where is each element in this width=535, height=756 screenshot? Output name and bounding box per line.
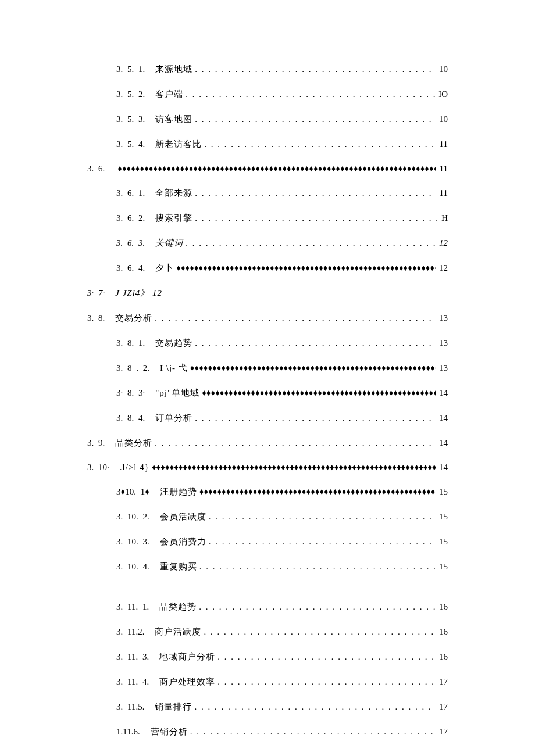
toc-entry-title: 订单分析	[155, 413, 192, 424]
toc-entry-page: 11	[436, 164, 448, 174]
toc-entry: 3. 10. 2.会员活跃度15	[87, 511, 448, 522]
toc-page: 3. 5. 1.来源地域103. 5. 2.客户端IO3. 5. 3.访客地图1…	[0, 0, 535, 756]
toc-entry-number: 3· 7·	[87, 288, 115, 298]
toc-leader	[201, 627, 436, 637]
toc-entry-number: 3. 11. 1.	[116, 602, 159, 612]
toc-entry-number: 3. 9.	[87, 438, 115, 448]
toc-entry-number: 3. 11.5.	[116, 702, 155, 712]
toc-entry-number: 3. 10·	[87, 463, 120, 472]
toc-entry: 3. 10. 3.会员消费力15	[87, 536, 448, 547]
toc-leader	[206, 537, 436, 547]
toc-entry-page: IO	[435, 89, 448, 99]
toc-leader	[192, 702, 436, 712]
toc-entry-page: 16	[436, 652, 448, 662]
toc-entry: 3. 6.11	[87, 164, 448, 174]
toc-entry: 3. 9.品类分析14	[87, 438, 448, 449]
toc-entry-title: 客户端	[155, 89, 183, 100]
toc-entry-page: 15	[436, 537, 448, 547]
toc-entry-page: 17	[436, 702, 448, 712]
toc-leader	[206, 512, 436, 522]
toc-entry-number: 3. 5. 1.	[116, 65, 155, 74]
toc-entry: 3. 11.5.销量排行17	[87, 701, 448, 712]
toc-entry: 3. 11.2.商户活跃度16	[87, 626, 448, 637]
toc-entry-number: 3. 8 . 2.	[116, 363, 160, 373]
toc-entry-page: 14	[436, 438, 448, 448]
toc-entry-number: 3· 8. 3·	[116, 388, 155, 398]
toc-entry-number: 3. 5. 2.	[116, 89, 155, 99]
toc-entry-page: 10	[436, 65, 448, 74]
toc-entry-title: 全部来源	[155, 188, 192, 199]
toc-entry: 3. 10. 4.重复购买15	[87, 561, 448, 572]
toc-entry-page: 16	[436, 627, 448, 637]
toc-entry-number: 3. 10. 3.	[116, 537, 160, 547]
toc-leader	[199, 388, 436, 398]
toc-entry-title: 重复购买	[160, 561, 197, 572]
toc-leader	[197, 602, 436, 612]
toc-entry: 3· 8. 3·"pj"单地域14	[87, 388, 448, 399]
toc-entry: 3. 8. 1.交易趋势13	[87, 338, 448, 349]
toc-entry-number: 3. 11. 4.	[116, 677, 159, 687]
toc-entry-number: 3. 6. 4.	[116, 263, 155, 273]
toc-leader	[192, 114, 436, 124]
toc-leader	[188, 727, 436, 737]
toc-entry-title: I \j- 弋	[160, 363, 188, 374]
toc-entry-title: 会员消费力	[160, 536, 206, 547]
toc-entry-number: 3. 6. 2.	[116, 213, 155, 223]
toc-leader	[183, 89, 435, 99]
toc-entry-number: 1.11.6.	[116, 727, 151, 737]
toc-entry-page: 12	[436, 263, 448, 273]
toc-entry-title: .l/>l 4}	[120, 463, 149, 472]
toc-entry: 3. 5. 4.新老访客比11	[87, 139, 448, 150]
toc-leader	[215, 652, 436, 662]
toc-entry-number: 3. 8. 1.	[116, 338, 155, 348]
toc-entry-number: 3. 5. 4.	[116, 139, 155, 149]
toc-entry-title: 来源地域	[155, 64, 192, 75]
toc-entry-page: 13	[436, 338, 448, 348]
toc-entry-page: 11	[436, 139, 448, 149]
toc-entry-number: 3. 11.2.	[116, 627, 155, 637]
toc-leader	[215, 677, 436, 687]
toc-entry: 3. 10·.l/>l 4}14	[87, 463, 448, 472]
toc-entry: 3· 7·J JZl4》 12	[87, 288, 448, 299]
toc-entry-number: 3. 10. 4.	[116, 562, 160, 572]
toc-entry-title: J JZl4》 12	[115, 288, 162, 299]
toc-entry-page: 14	[436, 413, 448, 423]
toc-entry-number: 3. 10. 2.	[116, 512, 160, 522]
toc-leader	[197, 562, 436, 572]
toc-entry-number: 3. 5. 3.	[116, 114, 155, 124]
toc-entry-title: 营销分析	[151, 726, 188, 737]
toc-entry-number: 3. 6. 1.	[116, 188, 155, 198]
toc-entry-title: 新老访客比	[155, 139, 202, 150]
toc-entry-page: 15	[436, 487, 448, 497]
toc-entry-page: 10	[436, 114, 448, 124]
toc-entry-page: 15	[436, 512, 448, 522]
toc-entry-page: 13	[436, 313, 448, 323]
toc-leader	[174, 263, 436, 273]
toc-leader	[152, 313, 436, 323]
toc-entry-title: 商户活跃度	[155, 626, 201, 637]
toc-leader	[192, 188, 436, 198]
toc-leader	[152, 438, 436, 448]
toc-entry-page: 11	[436, 188, 448, 198]
toc-entry: 3. 8 . 2.I \j- 弋13	[87, 363, 448, 374]
toc-entry-page: 16	[436, 602, 448, 612]
toc-entry-title: 交易趋势	[155, 338, 192, 349]
toc-leader	[192, 65, 436, 74]
toc-entry-number: 3. 11. 3.	[116, 652, 159, 662]
toc-leader	[192, 338, 436, 348]
toc-entry-title: 品类分析	[115, 438, 152, 449]
toc-leader	[192, 213, 438, 223]
toc-entry: 3. 6. 1.全部来源11	[87, 188, 448, 199]
toc-entry-page: 12	[436, 238, 448, 248]
toc-entry-title: 访客地图	[155, 114, 192, 125]
toc-leader	[197, 487, 436, 497]
toc-leader	[149, 463, 436, 472]
toc-entry-title: 夕卜	[155, 263, 174, 274]
toc-entry-number: 3. 8.	[87, 313, 115, 323]
toc-entry: 3. 8. 4.订单分析14	[87, 413, 448, 424]
toc-entry-page: 14	[436, 463, 448, 472]
toc-entry: 1.11.6.营销分析17	[87, 726, 448, 737]
toc-entry-page: 14	[436, 388, 448, 398]
toc-list: 3. 5. 1.来源地域103. 5. 2.客户端IO3. 5. 3.访客地图1…	[87, 64, 448, 737]
toc-entry-title: 关键词	[155, 238, 183, 249]
